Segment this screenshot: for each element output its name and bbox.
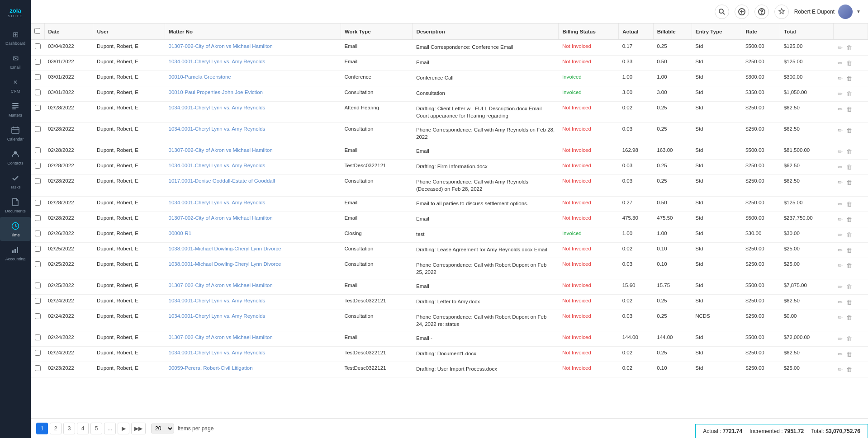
row-matter-no[interactable]: 01307-002-City of Akron vs Michael Hamil… (165, 40, 341, 56)
delete-icon[interactable]: 🗑 (845, 215, 853, 224)
delete-icon[interactable]: 🗑 (845, 231, 853, 239)
row-matter-no[interactable]: 1034.0001-Cheryl Lynn vs. Amy Reynolds (165, 102, 341, 123)
delete-icon[interactable]: 🗑 (845, 163, 853, 171)
matter-link[interactable]: 1034.0001-Cheryl Lynn vs. Amy Reynolds (169, 126, 266, 132)
row-checkbox[interactable] (35, 59, 41, 65)
delete-icon[interactable]: 🗑 (845, 298, 853, 306)
edit-icon[interactable]: ✏ (837, 231, 844, 239)
row-checkbox[interactable] (35, 350, 41, 356)
page-btn-next[interactable]: ▶ (118, 423, 129, 434)
row-matter-no[interactable]: 1034.0001-Cheryl Lynn vs. Amy Reynolds (165, 310, 341, 331)
matter-link[interactable]: 1034.0001-Cheryl Lynn vs. Amy Reynolds (169, 350, 266, 355)
row-checkbox[interactable] (35, 313, 41, 319)
sidebar-item-accounting[interactable]: Accounting (0, 241, 31, 265)
row-checkbox[interactable] (35, 298, 41, 304)
row-matter-no[interactable]: 00000-R1 (165, 227, 341, 242)
edit-icon[interactable]: ✏ (837, 163, 844, 171)
matter-link[interactable]: 1038.0001-Michael Dowling-Cheryl Lynn Di… (169, 246, 281, 251)
row-matter-no[interactable]: 1034.0001-Cheryl Lynn vs. Amy Reynolds (165, 294, 341, 310)
sidebar-item-documents[interactable]: Documents (0, 193, 31, 217)
delete-icon[interactable]: 🗑 (845, 147, 853, 156)
edit-icon[interactable]: ✏ (837, 126, 844, 135)
row-checkbox[interactable] (35, 215, 41, 221)
matter-link[interactable]: 1038.0001-Michael Dowling-Cheryl Lynn Di… (169, 261, 281, 267)
page-btn-ellipsis[interactable]: ... (104, 423, 116, 434)
delete-icon[interactable]: 🗑 (845, 43, 853, 52)
row-matter-no[interactable]: 01307-002-City of Akron vs Michael Hamil… (165, 279, 341, 294)
edit-icon[interactable]: ✏ (837, 313, 844, 322)
page-btn-2[interactable]: 2 (50, 423, 62, 434)
edit-icon[interactable]: ✏ (837, 43, 844, 52)
delete-icon[interactable]: 🗑 (845, 105, 853, 113)
row-matter-no[interactable]: 1034.0001-Cheryl Lynn vs. Amy Reynolds (165, 56, 341, 71)
sidebar-item-email[interactable]: ✉ Email (0, 49, 31, 73)
row-checkbox[interactable] (35, 246, 41, 252)
edit-icon[interactable]: ✏ (837, 246, 844, 254)
search-button[interactable] (715, 5, 729, 19)
edit-icon[interactable]: ✏ (837, 261, 844, 270)
row-matter-no[interactable]: 1034.0001-Cheryl Lynn vs. Amy Reynolds (165, 346, 341, 362)
delete-icon[interactable]: 🗑 (845, 59, 853, 67)
edit-icon[interactable]: ✏ (837, 283, 844, 291)
page-btn-4[interactable]: 4 (77, 423, 89, 434)
sidebar-item-time[interactable]: Time (0, 217, 31, 241)
row-matter-no[interactable]: 1038.0001-Michael Dowling-Cheryl Lynn Di… (165, 242, 341, 258)
add-button[interactable] (735, 5, 749, 19)
matter-link[interactable]: 1034.0001-Cheryl Lynn vs. Amy Reynolds (169, 59, 266, 64)
row-checkbox[interactable] (35, 89, 41, 95)
row-matter-no[interactable]: 1034.0001-Cheryl Lynn vs. Amy Reynolds (165, 160, 341, 175)
row-checkbox[interactable] (35, 200, 41, 206)
matter-link[interactable]: 1034.0001-Cheryl Lynn vs. Amy Reynolds (169, 163, 266, 168)
page-btn-5[interactable]: 5 (90, 423, 102, 434)
matter-link[interactable]: 01307-002-City of Akron vs Michael Hamil… (169, 43, 273, 49)
row-checkbox[interactable] (35, 105, 41, 111)
row-matter-no[interactable]: 1034.0001-Cheryl Lynn vs. Amy Reynolds (165, 123, 341, 144)
delete-icon[interactable]: 🗑 (845, 350, 853, 358)
matter-link[interactable]: 00010-Pamela Greenstone (169, 74, 231, 80)
page-btn-last[interactable]: ▶▶ (131, 423, 146, 434)
matter-link[interactable]: 01307-002-City of Akron vs Michael Hamil… (169, 334, 273, 340)
page-btn-3[interactable]: 3 (63, 423, 75, 434)
row-checkbox[interactable] (35, 178, 41, 184)
per-page-select[interactable]: 10 20 50 100 (151, 424, 174, 433)
edit-icon[interactable]: ✏ (837, 298, 844, 306)
row-matter-no[interactable]: 00010-Paul Properties-John Joe Eviction (165, 86, 341, 102)
matter-link[interactable]: 1034.0001-Cheryl Lynn vs. Amy Reynolds (169, 105, 266, 110)
edit-icon[interactable]: ✏ (837, 74, 844, 83)
edit-icon[interactable]: ✏ (837, 105, 844, 113)
row-matter-no[interactable]: 1034.0001-Cheryl Lynn vs. Amy Reynolds (165, 196, 341, 212)
edit-icon[interactable]: ✏ (837, 365, 844, 374)
edit-icon[interactable]: ✏ (837, 334, 844, 343)
matter-link[interactable]: 1034.0001-Cheryl Lynn vs. Amy Reynolds (169, 298, 266, 303)
delete-icon[interactable]: 🗑 (845, 200, 853, 208)
delete-icon[interactable]: 🗑 (845, 178, 853, 187)
matter-link[interactable]: 00010-Paul Properties-John Joe Eviction (169, 89, 263, 95)
row-checkbox[interactable] (35, 334, 41, 340)
row-matter-no[interactable]: 00010-Pamela Greenstone (165, 71, 341, 86)
delete-icon[interactable]: 🗑 (845, 74, 853, 83)
matter-link[interactable]: 00000-R1 (169, 231, 192, 236)
edit-icon[interactable]: ✏ (837, 147, 844, 156)
edit-icon[interactable]: ✏ (837, 59, 844, 67)
matter-link[interactable]: 01307-002-City of Akron vs Michael Hamil… (169, 215, 273, 221)
sidebar-item-calendar[interactable]: Calendar (0, 121, 31, 145)
row-matter-no[interactable]: 00059-Perera, Robert-Civil Litigation (165, 362, 341, 377)
row-matter-no[interactable]: 01307-002-City of Akron vs Michael Hamil… (165, 212, 341, 227)
row-matter-no[interactable]: 01307-002-City of Akron vs Michael Hamil… (165, 144, 341, 160)
sidebar-item-crm[interactable]: ✕ CRM (0, 73, 31, 97)
delete-icon[interactable]: 🗑 (845, 283, 853, 291)
sidebar-item-matters[interactable]: Matters (0, 97, 31, 121)
matter-link[interactable]: 1034.0001-Cheryl Lynn vs. Amy Reynolds (169, 313, 266, 319)
edit-icon[interactable]: ✏ (837, 89, 844, 98)
matter-link[interactable]: 01307-002-City of Akron vs Michael Hamil… (169, 147, 273, 153)
delete-icon[interactable]: 🗑 (845, 313, 853, 322)
starred-button[interactable] (774, 5, 789, 19)
page-btn-1[interactable]: 1 (36, 423, 48, 434)
row-checkbox[interactable] (35, 365, 41, 371)
delete-icon[interactable]: 🗑 (845, 365, 853, 374)
row-matter-no[interactable]: 01307-002-City of Akron vs Michael Hamil… (165, 331, 341, 346)
row-checkbox[interactable] (35, 126, 41, 132)
delete-icon[interactable]: 🗑 (845, 261, 853, 270)
user-info[interactable]: Robert E Dupont ▼ (794, 5, 861, 19)
sidebar-item-tasks[interactable]: Tasks (0, 169, 31, 193)
